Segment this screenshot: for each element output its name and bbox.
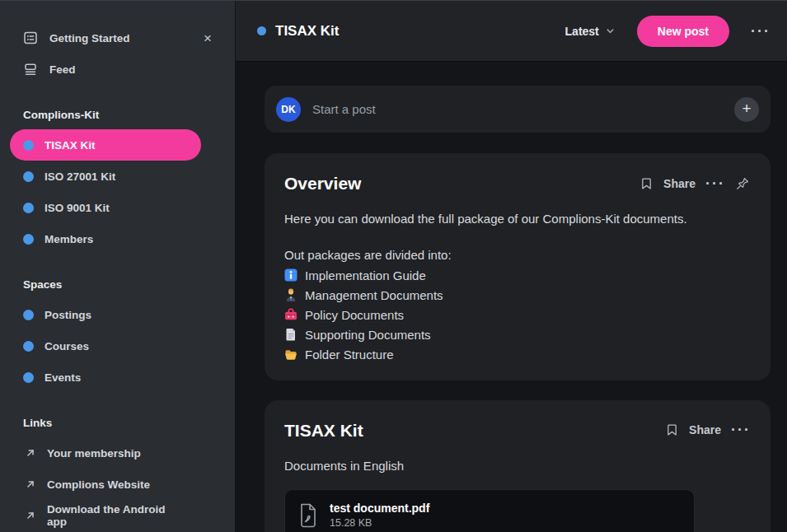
external-link-icon xyxy=(25,510,36,521)
section-title: Links xyxy=(23,413,215,434)
list-item: Folder Structure xyxy=(284,344,751,364)
list-item-label: Policy Documents xyxy=(305,308,404,322)
post-more-icon[interactable]: ··· xyxy=(705,176,725,191)
sidebar-section-spaces: Spaces Postings Courses Events xyxy=(23,274,215,393)
sidebar-section-links: Links Your membership Complions Website xyxy=(23,413,215,531)
sidebar-item-feed[interactable]: Feed xyxy=(23,54,215,85)
office-worker-emoji xyxy=(284,288,297,301)
info-emoji xyxy=(284,268,297,282)
external-link-icon xyxy=(25,478,36,490)
document-emoji xyxy=(284,328,297,341)
bookmark-icon[interactable] xyxy=(639,176,653,191)
attachment-filename: test document.pdf xyxy=(330,501,429,516)
space-dot-icon xyxy=(23,341,34,352)
space-dot-icon xyxy=(23,140,34,151)
post-title[interactable]: Overview xyxy=(284,171,361,196)
toolbox-emoji xyxy=(284,308,297,321)
sidebar-item-iso-27001-kit[interactable]: ISO 27001 Kit xyxy=(10,161,201,192)
open-folder-emoji xyxy=(284,348,297,361)
page-title: TISAX Kit xyxy=(275,23,339,40)
file-attachment[interactable]: test document.pdf 15.28 KB xyxy=(284,489,695,532)
sidebar-item-tisax-kit[interactable]: TISAX Kit xyxy=(10,129,201,161)
space-header: TISAX Kit Latest New post ··· xyxy=(236,1,787,62)
close-icon[interactable]: × xyxy=(200,31,215,45)
list-item: Policy Documents xyxy=(284,305,751,324)
attachment-filesize: 15.28 KB xyxy=(330,516,429,530)
pin-icon[interactable] xyxy=(735,175,751,191)
sidebar-item-label: Download the Android app xyxy=(47,503,188,528)
avatar: DK xyxy=(276,97,301,122)
section-title: Complions-Kit xyxy=(23,105,215,126)
list-item: Implementation Guide xyxy=(284,265,751,285)
post-title[interactable]: TISAX Kit xyxy=(284,418,363,443)
list-item-label: Supporting Documents xyxy=(305,328,431,342)
share-button[interactable]: Share xyxy=(663,177,696,190)
sidebar-item-label: ISO 9001 Kit xyxy=(45,202,110,214)
list-item: Management Documents xyxy=(284,285,751,305)
sidebar-item-label: Feed xyxy=(49,63,76,76)
list-item-label: Management Documents xyxy=(305,288,443,302)
sidebar-item-label: TISAX Kit xyxy=(45,139,96,152)
sidebar: Getting Started × Feed Complions-Kit TIS… xyxy=(0,1,235,532)
post-body-text: Out packages are divided into: xyxy=(284,245,751,265)
space-dot-icon xyxy=(257,26,266,35)
header-more-icon[interactable]: ··· xyxy=(751,24,771,39)
section-title: Spaces xyxy=(23,274,215,296)
sidebar-item-iso-9001-kit[interactable]: ISO 9001 Kit xyxy=(10,192,201,223)
sidebar-item-postings[interactable]: Postings xyxy=(10,299,201,330)
app-window: Getting Started × Feed Complions-Kit TIS… xyxy=(0,0,787,532)
space-dot-icon xyxy=(23,203,34,213)
sidebar-item-events[interactable]: Events xyxy=(10,362,201,393)
pdf-file-icon xyxy=(298,503,318,528)
bookmark-icon[interactable] xyxy=(665,422,679,437)
sidebar-item-label: ISO 27001 Kit xyxy=(45,170,115,183)
list-item: Supporting Documents xyxy=(284,324,751,344)
package-list: Implementation Guide Mana xyxy=(284,265,751,364)
composer-placeholder: Start a post xyxy=(312,102,376,116)
main-panel: TISAX Kit Latest New post ··· DK Star xyxy=(235,1,787,532)
space-dot-icon xyxy=(23,234,34,245)
list-item-label: Implementation Guide xyxy=(305,268,426,282)
sidebar-item-label: Postings xyxy=(45,309,91,321)
chevron-down-icon xyxy=(605,26,616,36)
share-button[interactable]: Share xyxy=(689,423,721,436)
new-post-button[interactable]: New post xyxy=(637,16,729,47)
sidebar-item-label: Members xyxy=(45,233,93,245)
sort-label: Latest xyxy=(565,25,599,38)
post-card-tisax-kit: TISAX Kit Share ··· Documents in English xyxy=(265,400,771,532)
sidebar-item-label: Courses xyxy=(45,340,89,352)
sidebar-item-courses[interactable]: Courses xyxy=(10,330,201,362)
post-more-icon[interactable]: ··· xyxy=(731,422,751,437)
external-link-icon xyxy=(25,447,36,459)
feed-content: DK Start a post + Overview Share ·· xyxy=(236,62,787,532)
sort-dropdown[interactable]: Latest xyxy=(565,25,616,38)
sidebar-section-complions-kit: Complions-Kit TISAX Kit ISO 27001 Kit IS… xyxy=(23,105,215,254)
sidebar-item-label: Your membership xyxy=(47,447,141,460)
checklist-icon xyxy=(23,30,38,45)
sidebar-item-getting-started[interactable]: Getting Started × xyxy=(23,22,215,54)
post-body-text: Documents in English xyxy=(284,456,751,476)
sidebar-item-members[interactable]: Members xyxy=(10,223,201,254)
list-item-label: Folder Structure xyxy=(305,348,394,362)
space-dot-icon xyxy=(23,310,34,320)
space-dot-icon xyxy=(23,171,34,182)
sidebar-item-label: Complions Website xyxy=(47,478,150,491)
sidebar-link-your-membership[interactable]: Your membership xyxy=(10,437,201,469)
feed-icon xyxy=(23,62,38,77)
post-body-text: Here you can download the full package o… xyxy=(284,209,751,229)
composer-add-button[interactable]: + xyxy=(734,97,759,122)
sidebar-item-label: Events xyxy=(45,371,81,384)
sidebar-link-complions-website[interactable]: Complions Website xyxy=(10,469,201,500)
sidebar-item-label: Getting Started xyxy=(49,32,130,44)
space-dot-icon xyxy=(23,372,34,383)
sidebar-link-download-android-app[interactable]: Download the Android app xyxy=(10,500,201,531)
post-card-overview: Overview Share ··· xyxy=(265,153,771,380)
post-composer[interactable]: DK Start a post + xyxy=(265,86,771,133)
